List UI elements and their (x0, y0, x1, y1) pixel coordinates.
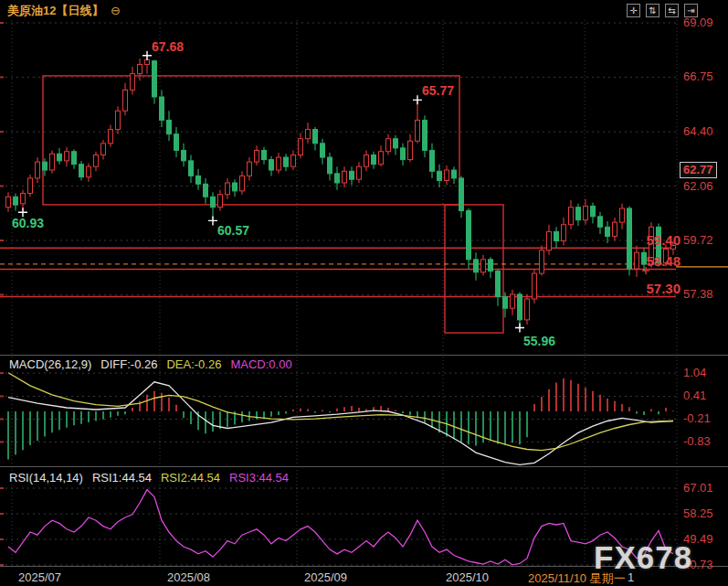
extreme-cross-marker (413, 95, 422, 104)
candle-body (21, 193, 26, 203)
candle-body (372, 155, 376, 165)
candle-body (204, 184, 208, 197)
candle-body (328, 157, 332, 174)
candle-body (14, 197, 18, 205)
left-tick (0, 186, 4, 187)
candle-body (613, 222, 617, 236)
rsi1-value: RSI1:44.54 (92, 471, 152, 485)
candle-body (145, 59, 150, 64)
candle-body (269, 160, 274, 170)
candle-body (226, 183, 230, 195)
extreme-cross-marker (142, 51, 152, 60)
candle-body (233, 183, 237, 191)
left-tick (0, 418, 4, 420)
candle-body (109, 130, 113, 144)
candle-body (598, 217, 603, 227)
candle-body (350, 171, 354, 179)
candle-body (240, 176, 245, 191)
candle-body (306, 130, 311, 139)
candle-body (408, 141, 413, 159)
candle-body (321, 144, 325, 157)
candle-body (101, 144, 106, 155)
candle-body (423, 120, 427, 150)
candle-body (562, 225, 566, 241)
candle-body (511, 294, 515, 308)
candle-body (277, 157, 281, 170)
candle-body (335, 174, 340, 183)
candle-body (401, 148, 406, 160)
chart-app: 美原油12【日线】 ⊖ ✛ ⇅ ⇆ ⇥ MACD(26,12,9)DIFF:-0… (0, 0, 728, 586)
left-tick (0, 487, 4, 489)
candle-body (452, 170, 457, 178)
candle-body (642, 252, 647, 264)
candle-body (79, 165, 84, 177)
candle-body (481, 260, 486, 272)
scale-y-icon[interactable]: ⇅ (646, 4, 659, 17)
candle-body (496, 272, 501, 297)
candle-body (569, 208, 574, 225)
left-tick (0, 513, 4, 515)
candle-body (591, 206, 596, 216)
candle-body (255, 150, 259, 162)
candle-body (525, 299, 530, 320)
candle-body (606, 227, 610, 236)
candle-body (343, 171, 347, 183)
candle-body (218, 195, 223, 208)
candle-body (554, 231, 559, 240)
candle-body (657, 227, 661, 262)
macd-params: MACD(26,12,9) (9, 357, 91, 371)
chart-canvas[interactable] (0, 0, 728, 586)
candle-body (189, 161, 194, 176)
extreme-cross-marker (18, 208, 27, 217)
left-tick (0, 538, 4, 540)
candle-body (313, 130, 318, 144)
candle-body (671, 246, 676, 250)
candle-body (628, 208, 632, 269)
panel-separator-macd-rsi (0, 466, 728, 467)
candle-body (394, 139, 398, 148)
panel-separator-main-macd (0, 355, 728, 356)
rsi2-value: RSI2:44.54 (161, 471, 220, 485)
candle-body (87, 166, 91, 176)
candle-body (430, 150, 435, 171)
candle-body (547, 231, 552, 250)
candle-body (160, 97, 164, 120)
candle-body (58, 154, 62, 161)
macd-macd-value: MACD:0.00 (230, 357, 291, 371)
watermark: FX678 (594, 539, 692, 576)
left-tick (0, 395, 4, 397)
candle-body (438, 171, 442, 180)
exit-icon[interactable]: ⇥ (684, 4, 698, 17)
candle-body (28, 178, 33, 194)
candle-body (467, 210, 471, 259)
candle-body (635, 252, 639, 269)
extreme-cross-marker (515, 324, 524, 333)
candle-body (533, 273, 537, 299)
rsi3-value: RSI3:44.54 (229, 471, 289, 485)
rsi-line (8, 490, 673, 565)
candle-body (489, 260, 493, 272)
candle-body (36, 162, 40, 178)
candle-body (50, 154, 55, 170)
macd-dea-line (8, 373, 673, 451)
candle-body (72, 152, 77, 165)
rsi-label-row: RSI(14,14,14)RSI1:44.54RSI2:44.54RSI3:44… (9, 471, 298, 485)
candle-body (540, 250, 544, 273)
chart-title: 美原油12【日线】 (7, 4, 103, 17)
candle-body (576, 208, 581, 220)
candle-body (503, 296, 508, 308)
left-tick (0, 240, 4, 241)
macd-dea-value: DEA:-0.26 (166, 357, 221, 371)
left-tick (0, 131, 4, 133)
pan-icon[interactable]: ✛ (627, 4, 640, 17)
toolbar: ✛ ⇅ ⇆ ⇥ (627, 4, 698, 17)
left-tick (0, 22, 4, 24)
collapse-icon[interactable]: ⊖ (111, 4, 121, 17)
candle-body (299, 139, 303, 155)
left-tick (0, 76, 4, 78)
title-bar: 美原油12【日线】 ⊖ (7, 3, 121, 19)
line-handle[interactable] (642, 267, 649, 274)
candle-body (664, 249, 669, 262)
scale-x-icon[interactable]: ⇆ (665, 4, 679, 17)
candle-body (262, 150, 267, 159)
